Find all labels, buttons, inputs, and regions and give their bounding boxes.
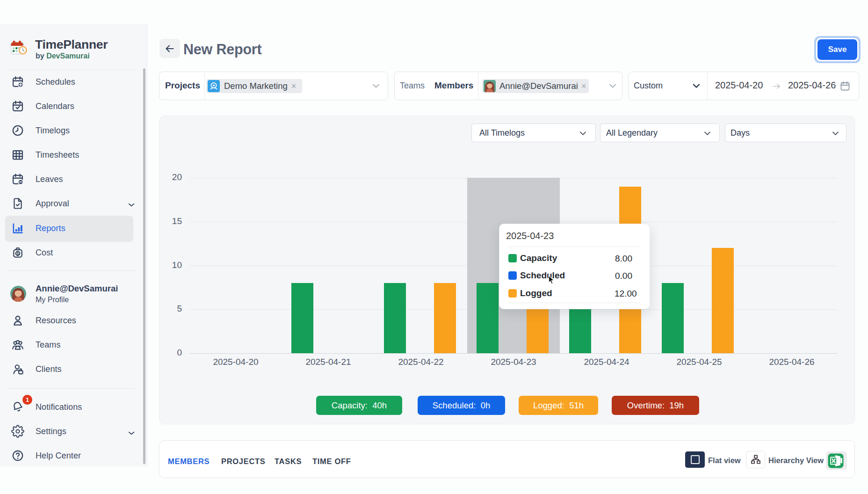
svg-text:$: $ bbox=[17, 251, 19, 256]
